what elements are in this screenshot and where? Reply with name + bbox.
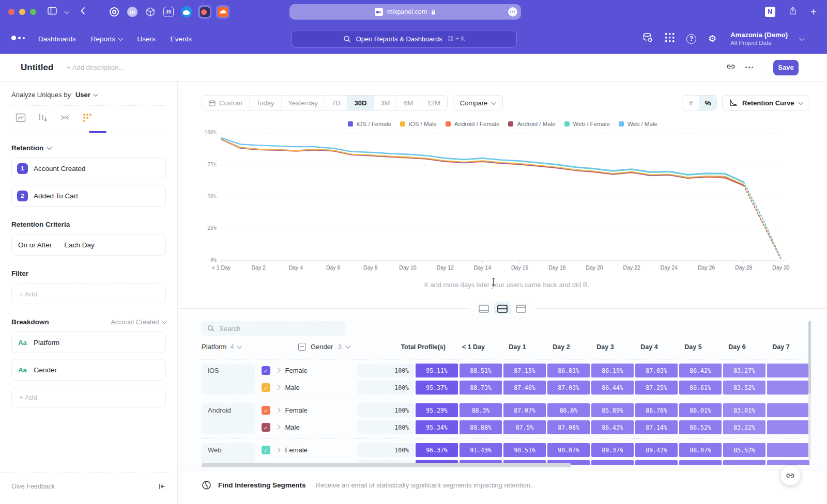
segment-checkbox[interactable]: ✓ xyxy=(262,423,270,432)
vertical-scrollbar[interactable] xyxy=(808,321,811,460)
segment-checkbox[interactable]: ✓ xyxy=(262,366,270,375)
tab-flows[interactable] xyxy=(60,113,70,125)
day-column-header[interactable]: Day 7 xyxy=(760,343,802,351)
settings-gear-icon[interactable]: ⚙ xyxy=(708,34,716,43)
more-options-icon[interactable] xyxy=(745,67,753,68)
nav-item-reports[interactable]: Reports xyxy=(91,35,122,43)
retention-value-cell[interactable]: 96.37% xyxy=(416,443,458,457)
gender-label[interactable]: Female xyxy=(285,367,308,374)
chevron-down-icon[interactable] xyxy=(65,9,69,13)
retention-value-cell[interactable]: 95.29% xyxy=(416,403,458,417)
retention-value-cell[interactable]: 91.43% xyxy=(460,443,502,457)
project-switcher[interactable]: Amazonia {Demo} All Project Data xyxy=(730,31,788,47)
close-window-icon[interactable] xyxy=(8,9,14,15)
sidebar-toggle-icon[interactable] xyxy=(48,7,57,17)
day-column-header[interactable]: Day 4 xyxy=(628,343,670,351)
range-30d[interactable]: 30D xyxy=(347,96,374,110)
collapse-sidebar-icon[interactable] xyxy=(158,482,166,491)
gender-label[interactable]: Female xyxy=(285,406,308,414)
analyze-value[interactable]: User xyxy=(75,91,90,99)
maximize-window-icon[interactable] xyxy=(30,9,36,15)
help-icon[interactable]: ? xyxy=(686,34,696,44)
day-column-header[interactable]: Day 2 xyxy=(540,343,583,351)
global-search[interactable]: Open Reports & Dashboards ⌘ + K xyxy=(291,30,517,48)
url-bar[interactable]: mixpanel.com xyxy=(289,4,521,20)
day-column-header[interactable]: Day 6 xyxy=(716,343,758,351)
js-badge-icon[interactable]: JS xyxy=(162,5,175,19)
legend-item[interactable]: Web / Male xyxy=(619,121,657,127)
range-custom[interactable]: Custom xyxy=(202,96,250,110)
save-button[interactable]: Save xyxy=(773,60,799,75)
range-7d[interactable]: 7D xyxy=(325,96,348,110)
legend-item[interactable]: Web / Female xyxy=(564,121,610,127)
retention-value-cell[interactable]: 86.43% xyxy=(591,420,634,434)
compare-button[interactable]: Compare xyxy=(453,95,503,111)
criteria-each-select[interactable]: Each Day xyxy=(64,241,95,249)
legend-item[interactable]: iOS / Female xyxy=(348,121,391,127)
retention-value-cell[interactable]: 86.01% xyxy=(679,403,722,417)
retention-value-cell[interactable]: 89.37% xyxy=(591,443,634,457)
retention-value-cell[interactable]: 87.15% xyxy=(503,364,546,377)
target-icon[interactable] xyxy=(108,5,121,19)
gender-label[interactable]: Male xyxy=(285,423,300,431)
tab-funnels[interactable] xyxy=(38,113,48,125)
day-column-header[interactable]: Day 5 xyxy=(672,343,714,351)
retention-value-cell[interactable]: 88.3% xyxy=(460,403,502,417)
apps-grid-icon[interactable] xyxy=(665,33,675,44)
retention-value-cell[interactable]: 89.42% xyxy=(635,443,678,457)
retention-value-cell[interactable]: 87.03% xyxy=(547,381,590,395)
share-icon[interactable] xyxy=(788,6,798,18)
table-search-input[interactable]: Search xyxy=(202,321,346,336)
add-filter-button[interactable]: + Add xyxy=(11,284,166,304)
retention-value-cell[interactable]: 88.73% xyxy=(460,381,502,395)
retention-value-cell[interactable]: 83.52% xyxy=(723,381,765,395)
add-breakdown-button[interactable]: + Add xyxy=(11,387,166,407)
add-description[interactable]: + Add description... xyxy=(67,64,124,71)
retention-value-cell[interactable]: 90.51% xyxy=(503,443,546,457)
breakdown-scope-select[interactable]: Account Created xyxy=(111,319,166,326)
analyze-uniques-row[interactable]: Analyze Uniques by User xyxy=(11,82,166,106)
retention-value-cell[interactable]: 89.48% xyxy=(591,460,634,465)
retention-value-cell[interactable]: 88.07% xyxy=(679,443,722,457)
retention-value-cell[interactable]: 86.19% xyxy=(591,364,634,377)
retention-step-card[interactable]: 2Added To Cart xyxy=(11,185,166,207)
day-column-header[interactable]: Day 3 xyxy=(584,343,626,351)
step-event-name[interactable]: Account Created xyxy=(34,165,86,172)
retention-value-cell[interactable]: 90.07% xyxy=(547,443,590,457)
range-12m[interactable]: 12M xyxy=(420,96,447,110)
retention-value-cell[interactable]: 87.08% xyxy=(547,420,590,434)
range-6m[interactable]: 6M xyxy=(397,96,420,110)
cube-icon[interactable] xyxy=(144,5,157,19)
retention-section-heading[interactable]: Retention xyxy=(11,144,166,152)
retention-value-cell[interactable]: 86.44% xyxy=(591,381,634,395)
retention-value-cell[interactable]: 83.01% xyxy=(723,403,765,417)
gender-label[interactable]: Female xyxy=(285,446,308,454)
retention-step-card[interactable]: 1Account Created xyxy=(11,158,166,179)
retention-value-cell[interactable]: 86.81% xyxy=(547,364,590,377)
segment-checkbox[interactable]: ✓ xyxy=(262,446,270,454)
retention-value-cell[interactable]: 85.67% xyxy=(723,460,765,465)
give-feedback-link[interactable]: Give Feedback xyxy=(11,483,55,490)
legend-item[interactable]: iOS / Male xyxy=(400,121,437,127)
mixpanel-logo-icon[interactable] xyxy=(11,36,25,40)
retention-value-cell[interactable]: 85.89% xyxy=(591,403,634,417)
retention-value-cell[interactable]: 85.52% xyxy=(723,443,765,457)
breakdown-card[interactable]: AaGender xyxy=(11,359,166,381)
segment-checkbox[interactable]: ✓ xyxy=(262,406,270,415)
screen-studio-icon[interactable] xyxy=(198,5,211,19)
retention-value-cell[interactable]: 86.42% xyxy=(679,364,722,377)
retention-value-cell[interactable]: 87.03% xyxy=(635,364,678,377)
gender-label[interactable]: Male xyxy=(285,384,300,391)
nav-item-events[interactable]: Events xyxy=(171,35,192,43)
retention-value-cell[interactable]: 86.76% xyxy=(635,403,678,417)
report-title[interactable]: Untitled xyxy=(21,62,53,73)
legend-item[interactable]: Android / Female xyxy=(446,121,500,127)
m-avatar-icon[interactable]: m xyxy=(126,5,139,19)
retention-value-cell[interactable]: 86.61% xyxy=(679,381,722,395)
breakdown-property-name[interactable]: Gender xyxy=(34,366,57,374)
breakdown-property-name[interactable]: Platform xyxy=(34,339,59,346)
back-icon[interactable] xyxy=(80,7,85,17)
day-column-header[interactable]: < 1 Day xyxy=(452,343,495,351)
retention-value-cell[interactable]: 88.51% xyxy=(460,364,502,377)
retention-value-cell[interactable]: 87.14% xyxy=(635,420,678,434)
